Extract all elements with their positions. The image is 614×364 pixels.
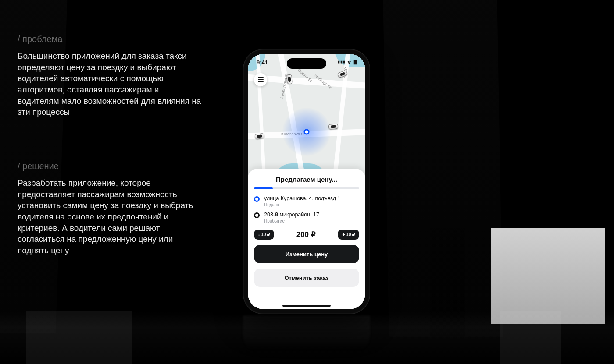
phone-mockup: 9:41 ▮▮▮ ᯤ ▇ Lermontova St Gubina St hin… [243,49,370,314]
status-icons: ▮▮▮ ᯤ ▇ [338,59,357,65]
destination-dot-icon [254,212,260,218]
price-value: 200 ₽ [296,230,316,239]
price-row: - 10 ₽ 200 ₽ + 10 ₽ [254,230,359,240]
address-line: улица Курашова, 4, подъезд 1 [264,195,341,202]
status-time: 9:41 [257,59,268,66]
price-decrement-button[interactable]: - 10 ₽ [254,230,274,240]
destination-text: 203-й микрорайон, 17 Прибытие [264,212,319,223]
hamburger-icon [258,79,264,80]
route-stops: улица Курашова, 4, подъезд 1 Подача 203-… [254,195,359,223]
dynamic-island [287,58,326,69]
progress-fill [254,187,273,189]
bg-light-panel [491,228,605,324]
map-view[interactable]: Lermontova St Gubina St hinskogo St ova … [248,54,365,181]
section-body: Большинство приложений для заказа такси … [18,50,202,118]
menu-button[interactable] [254,73,267,86]
bottom-sheet: Предлагаем цену... улица Курашова, 4, по… [248,169,365,309]
address-sub: Подача [264,202,341,207]
section-solution: / решение Разработать приложение, которо… [18,161,202,256]
map-road [255,54,270,181]
phone-reflection [243,315,370,355]
address-line: 203-й микрорайон, 17 [264,212,319,218]
cancel-order-button[interactable]: Отменить заказ [254,269,359,287]
car-icon [328,124,339,130]
section-body: Разработать приложение, которое предоста… [18,177,202,256]
origin-text: улица Курашова, 4, подъезд 1 Подача [264,195,341,207]
change-price-button[interactable]: Изменить цену [254,245,359,263]
progress-bar [254,187,359,189]
destination-row[interactable]: 203-й микрорайон, 17 Прибытие [254,212,359,223]
phone-body: 9:41 ▮▮▮ ᯤ ▇ Lermontova St Gubina St hin… [243,49,370,314]
section-heading: / проблема [18,34,202,44]
home-indicator [282,305,331,307]
presentation-slide: / проблема Большинство приложений для за… [0,0,614,364]
sheet-title: Предлагаем цену... [254,176,359,183]
section-problem: / проблема Большинство приложений для за… [18,34,202,118]
section-heading: / решение [18,161,202,171]
hamburger-icon [258,81,264,82]
hamburger-icon [258,77,264,78]
origin-row[interactable]: улица Курашова, 4, подъезд 1 Подача [254,195,359,207]
address-sub: Прибытие [264,219,319,223]
phone-screen: 9:41 ▮▮▮ ᯤ ▇ Lermontova St Gubina St hin… [248,54,365,309]
origin-dot-icon [254,196,260,202]
location-pin-icon [304,129,310,135]
price-increment-button[interactable]: + 10 ₽ [338,230,359,240]
car-icon [286,74,293,85]
